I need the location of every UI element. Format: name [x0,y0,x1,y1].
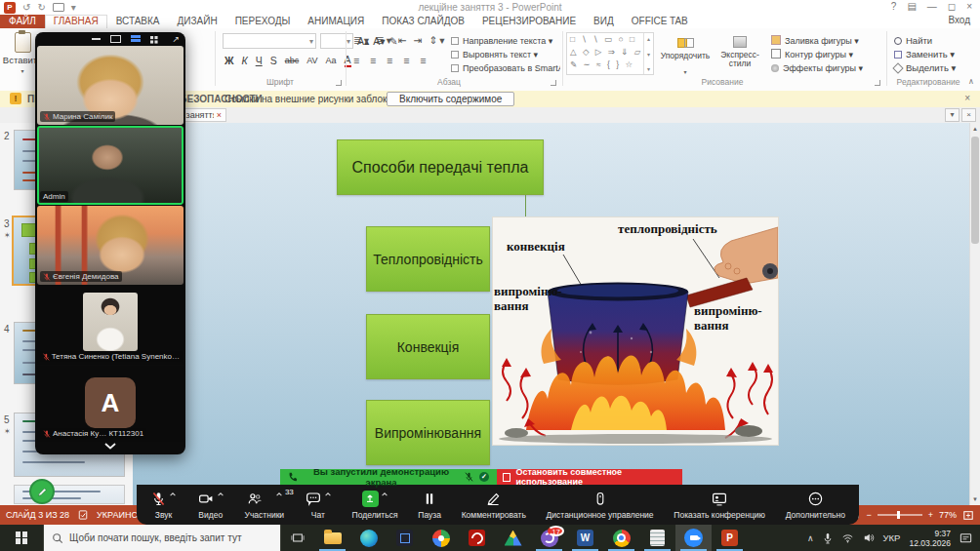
taskbar-drive[interactable] [495,525,531,551]
paragraph-align-buttons[interactable]: ≡ ≡ ≡ ≡ ≡ [353,55,429,66]
remote-control-button[interactable]: Дистанционное управление [547,491,654,520]
document-tab-close-icon[interactable]: × [217,110,222,120]
heat-transfer-illustration[interactable]: конвекція теплопровідність випроміню- ва… [493,217,778,445]
zoom-out-icon[interactable]: − [866,510,871,520]
speaker-view-icon[interactable] [110,35,121,43]
action-center-icon[interactable] [960,532,972,544]
volume-icon[interactable] [863,532,875,543]
minimize-icon[interactable]: — [927,1,937,12]
text-direction-button[interactable]: Направление текста ▾ [451,34,560,48]
convert-smartart-button[interactable]: Преобразовать в SmartArt ▾ [451,61,560,75]
ribbon-display-icon[interactable]: ▤ [907,1,916,12]
participant-video-speaking[interactable]: Admin [37,126,184,205]
slideshow-icon[interactable] [53,3,64,12]
shape-fill-button[interactable]: Заливка фигуры ▾ [771,34,863,48]
participant-video[interactable]: Тетяна Синенко (Tetiana Synenko… [37,286,184,365]
tray-mic-icon[interactable] [823,532,833,544]
close-icon[interactable]: × [966,1,972,12]
paragraph-dialog-launcher-icon[interactable] [551,80,556,86]
stop-share-button[interactable]: Остановить совместное использование [497,469,682,485]
chevron-up-icon[interactable] [217,491,225,498]
taskbar-acrobat[interactable] [459,525,495,551]
strikethrough-button[interactable]: abc [285,56,300,65]
tab-design[interactable]: ДИЗАЙН [169,15,226,28]
slide-scrollbar[interactable]: ▲ ▼ [969,123,980,505]
gallery-strip-icon[interactable] [131,35,141,42]
slide-box-convection[interactable]: Конвекція [366,314,490,379]
collapse-participants-icon[interactable] [35,436,185,453]
tab-slideshow[interactable]: ПОКАЗ СЛАЙДОВ [373,15,473,28]
collapse-ribbon-icon[interactable]: ∧ [968,77,974,86]
zoom-slider[interactable] [878,514,922,516]
participant-video[interactable]: Марина Самілик [37,46,184,125]
tab-transitions[interactable]: ПЕРЕХОДЫ [226,15,300,28]
start-button[interactable] [0,525,43,551]
slide-box-radiation[interactable]: Випромінювання [366,400,490,465]
chevron-up-icon[interactable] [275,491,283,498]
tray-clock[interactable]: 9:37 12.03.2026 [909,529,951,548]
taskbar-word[interactable]: W [567,525,603,551]
close-security-bar-icon[interactable]: × [964,93,970,103]
participants-button[interactable]: 33 Участники [245,491,285,520]
change-case-button[interactable]: Aa [326,56,337,65]
expand-window-icon[interactable]: ↗ [172,34,180,44]
shapes-gallery-scroll[interactable]: ▴▾▾ [643,33,653,74]
participant-video[interactable]: Євгенія Демидова [37,206,184,285]
tab-view[interactable]: ВИД [585,15,623,28]
slide-box-conduction[interactable]: Теплопровідність [366,226,490,292]
sign-in-link[interactable]: Вход [948,15,970,25]
paragraph-list-buttons[interactable]: ≣▾ ≣▾ ⇤ ⇥ ⇕▾ [353,34,446,46]
taskbar-notepad[interactable] [639,525,675,551]
taskbar-edge[interactable] [350,525,387,551]
zoom-in-icon[interactable]: + [928,510,933,520]
zoom-percentage[interactable]: 77% [939,510,957,520]
powerpoint-app-icon[interactable]: P [4,2,16,14]
shape-effects-button[interactable]: Эффекты фигуры ▾ [771,61,863,75]
scrollbar-thumb[interactable] [971,137,979,244]
find-button[interactable]: Найти [894,34,956,48]
taskbar-powerpoint[interactable]: P [712,525,748,551]
restore-icon[interactable]: ◻ [948,1,956,12]
tab-list-dropdown-icon[interactable]: ▾ [945,108,960,122]
quick-styles-button[interactable]: Экспресс-стили [716,33,763,68]
pause-share-button[interactable]: Пауза [418,491,441,520]
meeting-participants-window[interactable]: ↗ Марина Самілик Admin Євгенія Демидова … [35,32,185,454]
chevron-up-icon[interactable] [324,491,332,498]
tab-insert[interactable]: ВСТАВКА [107,15,169,28]
underline-button[interactable]: Ч [256,55,263,66]
redo-icon[interactable]: ↻ [37,2,45,14]
taskbar-zoom[interactable] [675,525,712,551]
participant-video[interactable]: A Анастасія Ку… КТ112301 [37,366,184,442]
taskbar-photos-app[interactable] [387,525,423,551]
chat-button[interactable]: Чат [305,491,332,520]
shapes-gallery[interactable]: □ ∖ ∖ ▭ ○ □ △ ◇ ▷ ⇒ ⇓ ▱ ✎ ∼ ≈ { } ☆ ▴▾▾ [566,32,654,75]
show-meeting-button[interactable]: Показать конференцию [674,491,765,520]
arrange-button[interactable]: Упорядочить ▾ [658,33,713,78]
customize-qat-icon[interactable]: ▾ [71,2,76,14]
slide-title-box[interactable]: Способи передачі тепла [337,139,544,195]
task-view-button[interactable] [281,525,314,551]
paste-button[interactable]: Вставить ▾ [6,32,39,74]
font-size-select[interactable]: ▾ [320,33,353,49]
video-button[interactable]: Видео [197,491,225,520]
tab-home[interactable]: ГЛАВНАЯ [45,15,107,28]
taskbar-viber[interactable]: 17 [531,525,567,551]
tab-review[interactable]: РЕЦЕНЗИРОВАНИЕ [473,15,585,28]
enable-content-button[interactable]: Включить содержимое [387,92,514,106]
scroll-up-icon[interactable]: ▲ [970,123,980,135]
tab-animations[interactable]: АНИМАЦИЯ [299,15,373,28]
annotation-pencil-button[interactable] [29,479,55,504]
taskbar-file-explorer[interactable] [314,525,350,551]
bold-button[interactable]: Ж [225,55,234,66]
more-button[interactable]: Дополнительно [786,491,845,520]
hidden-icons-chevron[interactable]: ∧ [807,533,814,543]
select-button[interactable]: Выделить ▾ [894,61,956,75]
chevron-up-icon[interactable] [381,491,388,498]
minimize-strip-icon[interactable] [92,38,101,40]
replace-button[interactable]: Заменить ▾ [894,48,956,61]
tab-office-tab[interactable]: OFFICE TAB [623,15,697,28]
taskbar-chrome[interactable] [603,525,639,551]
help-icon[interactable]: ? [891,1,897,12]
zoom-slider-thumb[interactable] [897,511,900,519]
grid-view-icon[interactable] [150,30,158,48]
